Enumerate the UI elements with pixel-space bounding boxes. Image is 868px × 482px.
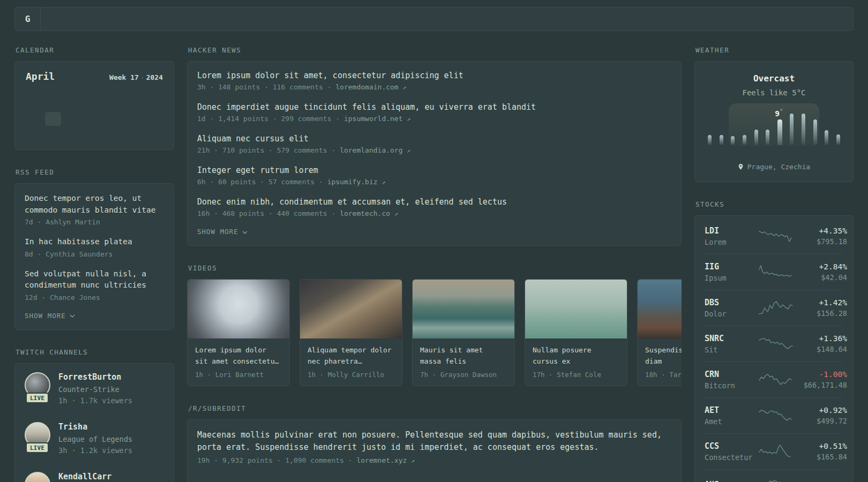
rss-item-meta: 7d · Ashlyn Martin	[25, 218, 164, 226]
external-link-icon: ↗	[394, 210, 398, 217]
logo-g[interactable]: G	[15, 7, 41, 31]
calendar-day	[25, 95, 41, 109]
twitch-channel-row[interactable]: LIVE Trisha League of Legends 3h · 1.2k …	[25, 422, 164, 455]
stock-left: SNRC Sit	[705, 334, 758, 354]
calendar-dow-label	[146, 87, 166, 95]
external-link-icon: ↗	[407, 147, 410, 154]
video-card[interactable]: Suspendisse diam 18h · Tara	[637, 279, 682, 386]
stock-ticker: SNRC	[705, 334, 758, 343]
hackernews-show-more-button[interactable]: SHOW MORE	[197, 228, 248, 236]
stock-ticker: DBS	[705, 298, 758, 307]
video-card-body: Suspendisse diam 18h · Tara	[638, 338, 682, 386]
video-title-line[interactable]: Suspendisse	[645, 344, 682, 356]
subreddit-domain-link[interactable]: loremnet.xyz	[356, 456, 407, 464]
hackernews-domain-link[interactable]: loremlandia.org	[340, 146, 402, 154]
rss-item-title[interactable]: Sed volutpat nulla nisl, a condimentum n…	[25, 268, 164, 291]
stock-sparkline	[758, 263, 794, 281]
hackernews-domain-link[interactable]: ipsumify.biz	[327, 178, 378, 186]
video-thumbnail[interactable]	[188, 280, 289, 338]
subreddit-post-list: Maecenas mollis pulvinar erat non posuer…	[197, 429, 671, 464]
video-card[interactable]: Lorem ipsum dolor sit amet consectetu… 1…	[187, 279, 290, 386]
stock-change: -1.00%	[794, 370, 847, 379]
hackernews-item-title[interactable]: Integer eget rutrum lorem	[197, 165, 671, 175]
rss-show-more-button[interactable]: SHOW MORE	[25, 312, 75, 320]
stock-left: AET Amet	[705, 405, 758, 426]
twitch-channel-info: Trisha League of Legends 3h · 1.2k viewe…	[58, 422, 132, 455]
video-card-body: Nullam posuere cursus ex 17h · Stefan Co…	[525, 338, 627, 386]
twitch-channel-row[interactable]: KendallCarr	[25, 472, 164, 482]
twitch-channel-game: Counter-Strike	[58, 385, 132, 394]
calendar-dow-label	[125, 87, 145, 95]
calendar-day	[66, 95, 82, 109]
video-title-line[interactable]: nec pharetra…	[308, 356, 394, 367]
subreddit-post-title[interactable]: Maecenas mollis pulvinar erat non posuer…	[197, 429, 671, 454]
video-thumbnail[interactable]	[525, 280, 627, 338]
stocks-header: STOCKS	[695, 200, 854, 208]
weather-feels-like: Feels like 5°C	[705, 88, 843, 97]
calendar-day	[128, 112, 144, 126]
video-title-line[interactable]: Aliquam tempor dolor	[308, 344, 394, 356]
hackernews-item-title[interactable]: Donec enim nibh, condimentum et accumsan…	[197, 197, 671, 207]
hackernews-domain-link[interactable]: loremtech.co	[340, 209, 390, 217]
calendar-day	[25, 112, 41, 126]
page-tab[interactable]	[76, 7, 91, 31]
calendar-card: April Week 17·2024	[14, 61, 174, 150]
twitch-channel-row[interactable]: LIVE ForrestBurton Counter-Strike 1h · 1…	[25, 372, 164, 405]
video-thumbnail[interactable]	[300, 280, 402, 338]
video-thumbnail[interactable]	[413, 280, 514, 338]
video-card[interactable]: Nullam posuere cursus ex 17h · Stefan Co…	[525, 279, 627, 386]
calendar-week-label: Week 17·2024	[109, 73, 163, 81]
twitch-channel-game: League of Legends	[58, 435, 132, 443]
stock-ticker: LDI	[705, 226, 758, 236]
hackernews-item-title[interactable]: Donec imperdiet augue tincidunt felis al…	[197, 102, 671, 112]
video-card[interactable]: Mauris sit amet massa felis 7h · Grayson…	[412, 279, 515, 386]
video-title-line[interactable]: Mauris sit amet	[420, 344, 507, 356]
weather-bar	[720, 135, 723, 145]
twitch-channel-name[interactable]: Trisha	[58, 422, 132, 432]
avatar[interactable]	[25, 472, 50, 482]
rss-item-title[interactable]: Donec tempor eros leo, ut commodo mauris…	[25, 193, 164, 216]
video-meta: 18h · Tara	[645, 371, 682, 379]
twitch-channel-name[interactable]: KendallCarr	[58, 472, 111, 481]
weather-bar	[754, 130, 758, 145]
hackernews-domain-link[interactable]: ipsumworld.net	[344, 115, 403, 123]
stock-right: +1.36% $148.64	[794, 334, 847, 353]
calendar-day	[45, 129, 61, 142]
twitch-list: LIVE ForrestBurton Counter-Strike 1h · 1…	[25, 372, 164, 482]
stock-left: LDI Lorem	[705, 226, 758, 246]
twitch-channel-name[interactable]: ForrestBurton	[58, 372, 132, 382]
live-badge: LIVE	[26, 442, 49, 453]
video-title-line[interactable]: Lorem ipsum dolor	[195, 344, 282, 356]
video-title-line[interactable]: massa felis	[420, 356, 507, 367]
weather-bar	[708, 135, 712, 145]
stock-name: Dolor	[705, 310, 758, 318]
twitch-avatar-wrap	[25, 472, 50, 482]
stock-name: Ipsum	[705, 274, 758, 282]
twitch-channel-viewers: 3h · 1.2k viewers	[58, 446, 132, 455]
stock-price: $156.28	[794, 309, 847, 318]
video-title-line[interactable]: Nullam posuere	[533, 344, 619, 356]
page-tab[interactable]	[91, 7, 106, 31]
rss-item-title[interactable]: In hac habitasse platea	[25, 236, 164, 248]
video-thumbnail[interactable]	[638, 280, 682, 338]
hackernews-domain-link[interactable]: loremdomain.com	[335, 83, 398, 91]
rss-item: Donec tempor eros leo, ut commodo mauris…	[25, 193, 164, 226]
video-title-line[interactable]: cursus ex	[533, 356, 619, 367]
video-title-line[interactable]: diam	[645, 356, 682, 367]
weather-location-row: Prague, Czechia	[705, 163, 843, 171]
calendar-dow-row	[23, 87, 166, 95]
stock-ticker: AET	[705, 405, 758, 415]
video-card[interactable]: Aliquam tempor dolor nec pharetra… 1h · …	[300, 279, 402, 386]
page-tab[interactable]	[46, 7, 61, 31]
weather-bar	[813, 119, 817, 145]
stock-change: +4.35%	[794, 227, 847, 235]
videos-widget: VIDEOS Lorem ipsum dolor sit amet consec…	[187, 264, 682, 386]
weather-bar	[836, 134, 840, 145]
page-tab[interactable]	[61, 7, 76, 31]
stock-sparkline	[758, 371, 794, 388]
video-title-line[interactable]: sit amet consectetu…	[195, 356, 282, 367]
hackernews-item-title[interactable]: Lorem ipsum dolor sit amet, consectetur …	[197, 71, 671, 80]
calendar-day	[148, 129, 164, 142]
hackernews-item-title[interactable]: Aliquam nec cursus elit	[197, 134, 671, 144]
weather-chart: 9°	[707, 103, 841, 156]
